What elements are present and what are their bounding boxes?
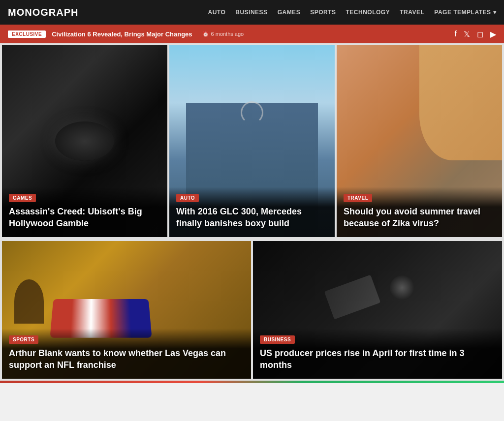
card-overlay: GAMES Assassin's Creed: Ubisoft's Big Ho… [2,187,167,237]
card-sports[interactable]: SPORTS Arthur Blank wants to know whethe… [2,241,251,379]
site-logo[interactable]: MONOGRAPH [8,7,78,18]
breaking-headline[interactable]: Civilization 6 Revealed, Brings Major Ch… [52,30,192,38]
category-badge-travel[interactable]: TRAVEL [344,194,372,202]
clock-icon: ⏰ [202,31,209,37]
youtube-icon[interactable]: ▶ [490,30,496,39]
bottom-row: SPORTS Arthur Blank wants to know whethe… [0,241,504,381]
card-business[interactable]: BUSINESS US producer prices rise in Apri… [253,241,502,379]
card-overlay-travel: TRAVEL Should you avoid summer travel be… [337,187,502,237]
card-title-games: Assassin's Creed: Ubisoft's Big Hollywoo… [9,206,160,229]
facebook-icon[interactable]: f [455,30,457,38]
card-overlay-sports: SPORTS Arthur Blank wants to know whethe… [2,329,251,379]
instagram-icon[interactable]: ◻ [477,30,483,39]
nav-auto[interactable]: AUTO [208,9,225,16]
exclusive-badge: EXCLUSIVE [8,30,46,38]
category-badge-games[interactable]: GAMES [9,194,36,202]
nav-technology[interactable]: TECHNOLOGY [346,9,390,16]
nav-games[interactable]: GAMES [278,9,301,16]
header: MONOGRAPH AUTO BUSINESS GAMES SPORTS TEC… [0,0,504,25]
card-title-travel: Should you avoid summer travel because o… [344,206,495,229]
category-badge-business[interactable]: BUSINESS [260,335,295,344]
bottom-bar [0,381,504,383]
main-nav: AUTO BUSINESS GAMES SPORTS TECHNOLOGY TR… [208,9,496,16]
card-games[interactable]: GAMES Assassin's Creed: Ubisoft's Big Ho… [2,45,167,237]
nav-page-templates[interactable]: PAGE TEMPLATES ▾ [434,9,496,16]
category-badge-sports[interactable]: SPORTS [9,335,38,344]
breaking-time: ⏰ 6 months ago [202,31,244,37]
chevron-down-icon: ▾ [493,9,497,16]
nav-sports[interactable]: SPORTS [310,9,336,16]
social-icons: f 𝕏 ◻ ▶ [455,30,496,39]
twitter-icon[interactable]: 𝕏 [464,30,470,39]
main-grid: GAMES Assassin's Creed: Ubisoft's Big Ho… [0,43,504,241]
card-title-auto: With 2016 GLC 300, Mercedes finally bani… [176,206,328,229]
card-title-business: US producer prices rise in April for fir… [260,348,495,371]
nav-travel[interactable]: TRAVEL [400,9,424,16]
card-title-sports: Arthur Blank wants to know whether Las V… [9,348,244,371]
nav-business[interactable]: BUSINESS [235,9,267,16]
card-auto[interactable]: AUTO With 2016 GLC 300, Mercedes finally… [169,45,335,237]
card-overlay-auto: AUTO With 2016 GLC 300, Mercedes finally… [169,187,335,237]
breaking-bar: EXCLUSIVE Civilization 6 Revealed, Bring… [0,25,504,43]
category-badge-auto[interactable]: AUTO [176,194,199,202]
card-travel[interactable]: TRAVEL Should you avoid summer travel be… [337,45,502,237]
card-overlay-business: BUSINESS US producer prices rise in Apri… [253,329,502,379]
